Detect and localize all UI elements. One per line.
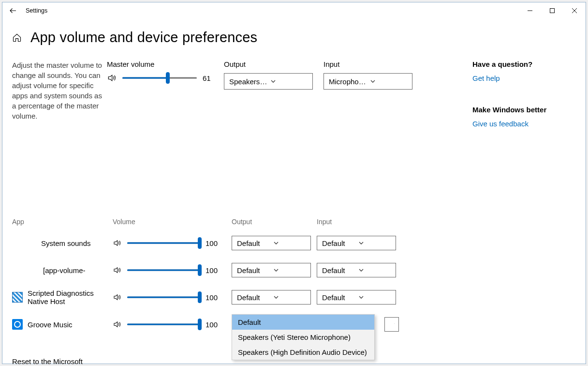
page-header: App volume and device preferences <box>12 30 576 46</box>
master-input-label: Input <box>323 60 412 68</box>
app-input-dropdown[interactable] <box>384 317 399 332</box>
chevron-down-icon <box>394 321 395 327</box>
col-app: App <box>12 218 109 226</box>
app-icon <box>12 319 23 330</box>
chevron-down-icon <box>358 294 392 300</box>
app-name: Scripted Diagnostics Native Host <box>28 289 109 305</box>
page-title: App volume and device preferences <box>30 30 257 46</box>
feedback-block: Make Windows better Give us feedback <box>472 106 571 128</box>
app-volume-slider[interactable] <box>127 320 200 329</box>
svg-rect-0 <box>550 9 555 13</box>
chevron-down-icon <box>273 240 307 246</box>
app-name-cell: [app-volume- <box>12 266 109 274</box>
chevron-down-icon <box>358 267 392 273</box>
app-row: System sounds100DefaultDefault <box>12 229 394 257</box>
col-volume: Volume <box>113 218 228 226</box>
help-panel: Have a question? Get help Make Windows b… <box>455 60 571 151</box>
master-volume-value: 61 <box>203 74 213 82</box>
reset-area: Reset to the Microsoft recommended defau… <box>12 357 107 366</box>
maximize-button[interactable] <box>541 2 563 19</box>
chevron-down-icon <box>273 294 307 300</box>
speaker-icon[interactable] <box>113 293 121 302</box>
chevron-down-icon <box>273 267 307 273</box>
app-volume-slider[interactable] <box>127 292 200 302</box>
dropdown-option[interactable]: Default <box>232 315 374 330</box>
master-input-value: Microphone (Yeti S… <box>329 77 367 86</box>
window-controls <box>519 2 586 19</box>
speaker-icon[interactable] <box>113 266 121 274</box>
help-block: Have a question? Get help <box>472 60 571 82</box>
app-name-cell: System sounds <box>12 238 109 248</box>
app-output-value: Default <box>237 239 270 247</box>
window-title: Settings <box>26 7 47 14</box>
help-heading: Have a question? <box>472 60 571 68</box>
col-input: Input <box>317 218 398 226</box>
page-description: Adjust the master volume to change all s… <box>12 60 107 121</box>
feedback-heading: Make Windows better <box>472 106 571 114</box>
master-volume-block: Master volume 61 <box>107 60 213 83</box>
app-row: Scripted Diagnostics Native Host100Defau… <box>12 284 394 311</box>
app-input-value: Default <box>322 239 355 247</box>
app-volume-value: 100 <box>206 239 218 247</box>
master-output-label: Output <box>224 60 313 68</box>
app-input-dropdown[interactable]: Default <box>317 263 396 277</box>
app-volume-value: 100 <box>206 320 218 329</box>
page-content: App volume and device preferences Adjust… <box>2 19 586 366</box>
master-input-block: Input Microphone (Yeti S… <box>323 60 412 90</box>
chevron-down-icon <box>270 78 309 84</box>
table-header: App Volume Output Input <box>12 218 394 226</box>
app-volume-slider[interactable] <box>127 265 200 275</box>
speaker-icon[interactable] <box>107 73 117 83</box>
master-volume-slider[interactable] <box>122 73 197 83</box>
home-icon[interactable] <box>12 33 22 43</box>
titlebar: Settings <box>2 2 586 19</box>
app-volume-cell: 100 <box>113 265 228 275</box>
app-output-value: Default <box>237 266 270 274</box>
app-name: [app-volume- <box>43 266 86 274</box>
app-input-value: Default <box>322 293 355 302</box>
reset-description: Reset to the Microsoft recommended defau… <box>12 357 107 366</box>
app-name-cell: Scripted Diagnostics Native Host <box>12 289 109 305</box>
settings-window: Settings App volume and device preferenc… <box>2 2 586 364</box>
master-input-dropdown[interactable]: Microphone (Yeti S… <box>323 73 412 90</box>
app-input-dropdown[interactable]: Default <box>317 236 396 250</box>
app-volume-cell: 100 <box>113 238 228 248</box>
master-controls: Master volume 61 <box>107 60 455 90</box>
app-output-dropdown[interactable]: Default <box>232 263 311 277</box>
minimize-button[interactable] <box>519 2 541 19</box>
chevron-down-icon <box>358 240 392 246</box>
speaker-icon[interactable] <box>113 320 121 329</box>
app-name: Groove Music <box>28 320 73 329</box>
master-output-block: Output Speakers (High De… <box>224 60 313 90</box>
description-column: Adjust the master volume to change all s… <box>12 60 107 366</box>
app-icon <box>12 292 23 303</box>
master-volume-label: Master volume <box>107 60 213 68</box>
get-help-link[interactable]: Get help <box>472 74 500 82</box>
master-output-dropdown[interactable]: Speakers (High De… <box>224 73 313 90</box>
app-output-value: Default <box>237 293 270 302</box>
app-output-dropdown[interactable]: Default <box>232 290 311 305</box>
give-feedback-link[interactable]: Give us feedback <box>472 120 529 128</box>
app-name: System sounds <box>41 239 91 247</box>
app-volume-value: 100 <box>206 293 218 302</box>
app-volume-value: 100 <box>206 266 218 274</box>
app-input-dropdown[interactable]: Default <box>317 290 396 305</box>
app-name-cell: Groove Music <box>12 319 109 330</box>
app-input-value: Default <box>322 266 355 274</box>
output-dropdown-popup[interactable]: DefaultSpeakers (Yeti Stereo Microphone)… <box>232 314 375 360</box>
close-button[interactable] <box>563 2 586 19</box>
app-volume-slider[interactable] <box>127 238 200 248</box>
app-output-dropdown[interactable]: Default <box>232 236 311 250</box>
speaker-icon[interactable] <box>113 239 121 247</box>
back-button[interactable] <box>2 2 24 19</box>
app-row: [app-volume-100DefaultDefault <box>12 257 394 284</box>
app-volume-cell: 100 <box>113 320 228 329</box>
app-volume-cell: 100 <box>113 292 228 302</box>
chevron-down-icon <box>370 78 408 84</box>
dropdown-option[interactable]: Speakers (Yeti Stereo Microphone) <box>232 330 374 345</box>
master-output-value: Speakers (High De… <box>229 77 267 86</box>
dropdown-option[interactable]: Speakers (High Definition Audio Device) <box>232 345 374 360</box>
col-output: Output <box>232 218 313 226</box>
